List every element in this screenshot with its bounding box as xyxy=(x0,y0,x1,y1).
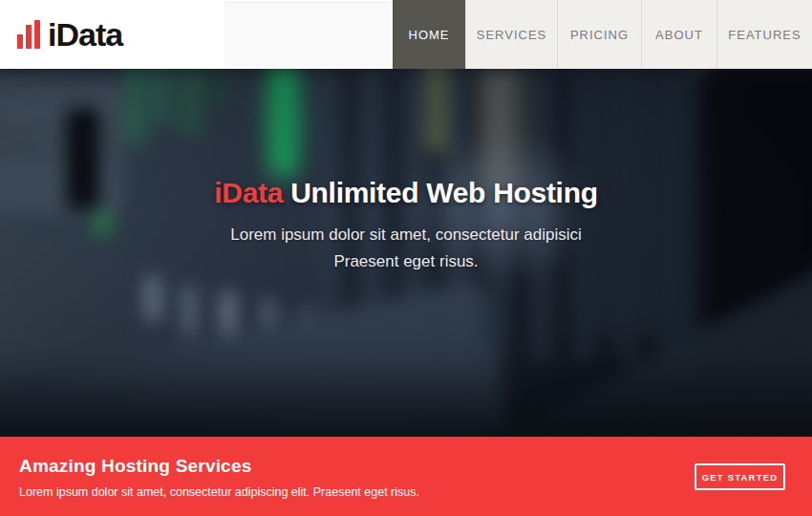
page: iData HOME SERVICES PRICING ABOUT FEATUR… xyxy=(0,0,812,516)
bar-chart-icon xyxy=(17,20,40,49)
brand-name: iData xyxy=(48,16,122,54)
hero-subtitle-line2: Praesent eget risus. xyxy=(0,248,812,275)
nav-item-services[interactable]: SERVICES xyxy=(465,0,557,69)
nav-item-pricing[interactable]: PRICING xyxy=(557,0,641,69)
hero-title-rest: Unlimited Web Hosting xyxy=(283,177,598,208)
header: iData HOME SERVICES PRICING ABOUT FEATUR… xyxy=(0,0,812,69)
header-ghost-panel xyxy=(224,2,395,67)
hero-subtitle-line1: Lorem ipsum dolor sit amet, consectetur … xyxy=(0,222,812,248)
nav-item-features[interactable]: FEATURES xyxy=(716,0,812,69)
cta-text: Lorem ipsum dolor sit amet, consectetur … xyxy=(19,485,419,499)
hero-title: iData Unlimited Web Hosting xyxy=(0,177,812,209)
nav-item-home[interactable]: HOME xyxy=(393,0,465,69)
cta-band: Amazing Hosting Services Lorem ipsum dol… xyxy=(0,437,812,516)
cta-heading: Amazing Hosting Services xyxy=(19,456,251,477)
hero-content: iData Unlimited Web Hosting Lorem ipsum … xyxy=(0,177,812,275)
hero-section: iData Unlimited Web Hosting Lorem ipsum … xyxy=(0,69,812,437)
get-started-button[interactable]: GET STARTED xyxy=(694,463,785,490)
main-nav: HOME SERVICES PRICING ABOUT FEATURES xyxy=(393,0,812,69)
hero-subtitle: Lorem ipsum dolor sit amet, consectetur … xyxy=(0,222,812,275)
hero-title-accent: iData xyxy=(214,177,283,208)
nav-item-about[interactable]: ABOUT xyxy=(641,0,716,69)
